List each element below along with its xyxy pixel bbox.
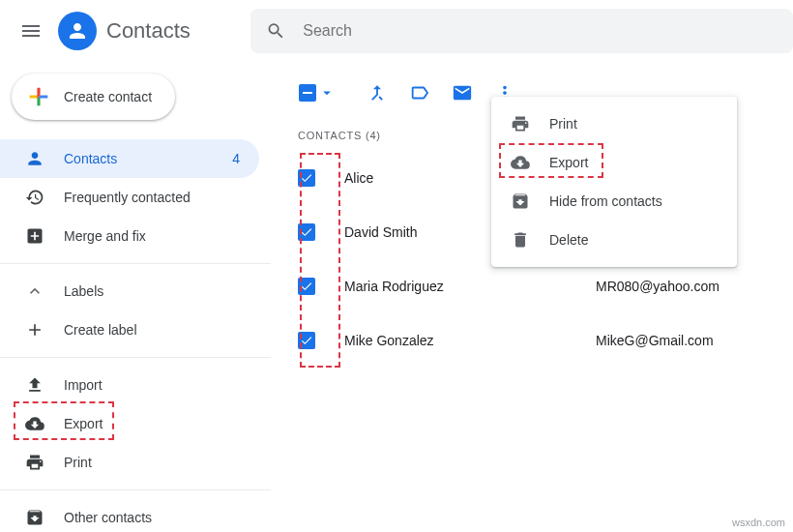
plus-icon [25,83,52,110]
divider [0,357,271,358]
menu-label: Export [549,155,588,170]
checkbox-checked[interactable] [298,223,315,241]
sidebar-label: Create label [64,322,137,338]
menu-label: Print [549,116,577,132]
contact-name: Mike Gonzalez [344,333,596,348]
sidebar-label: Other contacts [64,510,152,525]
labels-text: Labels [64,283,103,299]
contact-email: MikeG@Gmail.com [596,333,714,348]
search-input[interactable] [303,22,778,40]
checkbox-checked[interactable] [298,278,315,295]
sidebar-label: Export [64,416,103,431]
sidebar-item-import[interactable]: Import [0,366,259,404]
select-all-dropdown[interactable] [298,74,337,112]
sidebar-item-print[interactable]: Print [0,443,259,482]
contact-row[interactable]: Maria Rodriguez MR080@yahoo.com [271,259,793,313]
divider [0,489,271,490]
sidebar-label: Import [64,377,103,393]
sidebar-label: Merge and fix [64,228,146,244]
label-icon [409,82,430,103]
indeterminate-checkbox-icon [299,84,316,102]
contact-email: MR080@yahoo.com [596,279,720,294]
watermark: wsxdn.com [732,517,785,528]
label-button[interactable] [400,74,439,112]
person-icon [25,149,44,168]
merge-icon [367,82,388,103]
app-header: Contacts [0,0,793,62]
checkbox-checked[interactable] [298,332,315,349]
history-icon [25,188,44,207]
print-icon [25,453,44,472]
hamburger-menu-icon[interactable] [19,19,43,43]
cloud-download-icon [25,414,44,433]
menu-label: Delete [549,232,588,248]
sidebar-item-frequent[interactable]: Frequently contacted [0,178,259,217]
contact-row[interactable]: Mike Gonzalez MikeG@Gmail.com [271,313,793,368]
labels-header[interactable]: Labels [0,272,271,310]
search-box[interactable] [250,9,793,53]
search-icon [266,20,285,42]
print-icon [511,114,530,133]
contacts-count: 4 [232,151,240,166]
checkbox-checked[interactable] [298,169,315,187]
merge-button[interactable] [358,74,396,112]
menu-item-delete[interactable]: Delete [491,221,737,259]
sidebar: Create contact Contacts 4 Frequently con… [0,62,271,532]
archive-icon [511,192,530,211]
contacts-logo-icon [58,12,97,50]
sidebar-label: Contacts [64,151,117,166]
sidebar-item-contacts[interactable]: Contacts 4 [0,139,259,178]
sidebar-item-other[interactable]: Other contacts [0,498,259,532]
sidebar-item-merge[interactable]: Merge and fix [0,217,259,255]
contact-name: Maria Rodriguez [344,279,596,294]
email-button[interactable] [443,74,482,112]
cloud-download-icon [511,153,530,172]
menu-item-hide[interactable]: Hide from contacts [491,182,737,221]
upload-icon [25,375,44,395]
sidebar-label: Frequently contacted [64,190,191,205]
create-contact-label: Create contact [64,89,152,104]
add-icon [25,320,44,340]
menu-item-print[interactable]: Print [491,104,737,143]
merge-icon [25,226,44,246]
divider [0,263,271,264]
dropdown-arrow-icon [318,84,336,102]
trash-icon [511,230,530,250]
sidebar-item-create-label[interactable]: Create label [0,310,259,349]
menu-item-export[interactable]: Export [491,143,737,182]
sidebar-item-export[interactable]: Export [0,404,259,443]
archive-icon [25,508,44,527]
create-contact-button[interactable]: Create contact [12,74,175,120]
email-icon [452,82,473,103]
context-menu: Print Export Hide from contacts Delete [491,97,737,267]
app-title: Contacts [106,18,191,44]
menu-label: Hide from contacts [549,193,662,209]
chevron-up-icon [25,281,44,301]
sidebar-label: Print [64,455,92,470]
